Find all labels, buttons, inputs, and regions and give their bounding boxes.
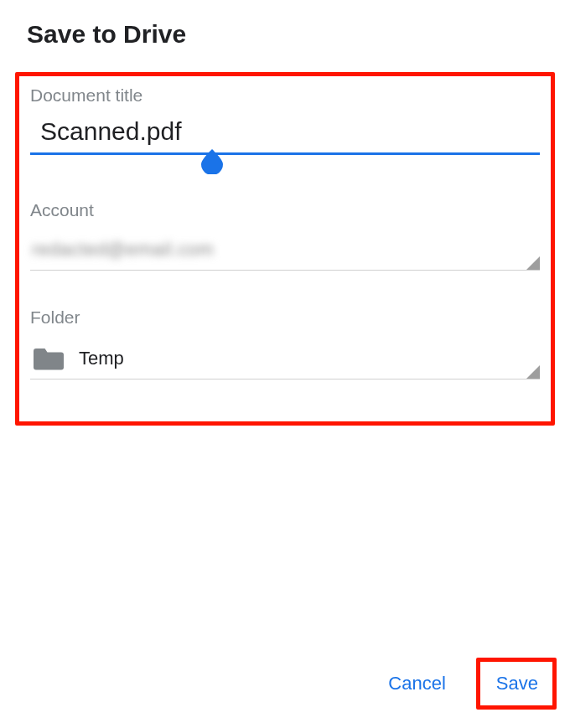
dialog-title: Save to Drive — [0, 0, 570, 62]
folder-selector[interactable]: Temp — [30, 338, 540, 379]
dropdown-indicator-icon — [526, 256, 540, 270]
folder-icon — [34, 346, 64, 371]
dropdown-indicator-icon — [526, 365, 540, 379]
document-title-label: Document title — [30, 85, 540, 106]
button-bar: Cancel Save — [373, 663, 553, 705]
cancel-button[interactable]: Cancel — [373, 663, 460, 705]
save-button[interactable]: Save — [481, 663, 553, 705]
folder-name: Temp — [79, 348, 124, 369]
account-label: Account — [30, 200, 540, 220]
folder-label: Folder — [30, 307, 540, 328]
document-title-input[interactable] — [30, 114, 540, 155]
account-selector[interactable]: redacted@email.com — [30, 229, 540, 271]
account-value: redacted@email.com — [30, 239, 214, 261]
